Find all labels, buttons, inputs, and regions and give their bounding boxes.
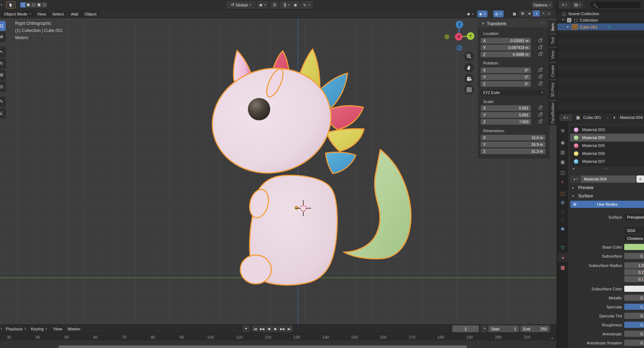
- tab-world[interactable]: ◐: [557, 177, 568, 186]
- region-collapse-arrow[interactable]: <: [551, 336, 553, 340]
- tool-annotate[interactable]: ✎: [0, 97, 6, 107]
- surface-shader-dropdown[interactable]: Principled: [624, 214, 644, 220]
- frame-start-field[interactable]: Start1: [488, 325, 519, 332]
- subsurface-radius-g-field[interactable]: 0.2: [624, 269, 644, 275]
- collection-checkbox[interactable]: ✓: [567, 18, 571, 22]
- lock-scale-y-icon[interactable]: [539, 114, 542, 116]
- show-gizmos-toggle[interactable]: ◈ ∨: [477, 10, 487, 17]
- tab-tool[interactable]: Tool: [549, 35, 557, 46]
- shading-dropdown[interactable]: ∨: [547, 10, 552, 17]
- editor-type-chevron[interactable]: ∨: [0, 4, 3, 6]
- active-tool-button[interactable]: [6, 1, 15, 9]
- tab-object[interactable]: ▢: [557, 189, 568, 197]
- expand-icon[interactable]: ►: [567, 26, 570, 28]
- outliner-filter-dropdown[interactable]: ▤∨: [572, 1, 583, 8]
- tab-scene[interactable]: ◫: [557, 168, 568, 177]
- editor-type-chevron[interactable]: ∨: [0, 327, 3, 330]
- anisotropic-slider[interactable]: 0.: [624, 331, 644, 337]
- slot-list-drag-handle[interactable]: ∷∷: [604, 167, 608, 170]
- shading-rendered-button[interactable]: ◔: [540, 10, 547, 17]
- scale-z-field[interactable]: Z7.003: [481, 119, 531, 125]
- material-slot-selected[interactable]: Material.004: [570, 134, 644, 142]
- use-nodes-button[interactable]: ⊞ Use Nodes: [570, 201, 644, 208]
- tool-measure[interactable]: ∠: [0, 108, 6, 118]
- tool-select-box[interactable]: ⊡: [0, 21, 6, 31]
- select-mode-subtract[interactable]: [31, 2, 36, 8]
- prev-keyframe-button[interactable]: ◆◀: [259, 325, 266, 332]
- auto-key-record-button[interactable]: ●: [242, 325, 250, 332]
- select-mode-intersect[interactable]: [42, 2, 47, 8]
- subsurface-color-swatch[interactable]: [624, 286, 644, 292]
- tab-tool-props[interactable]: ⚒: [557, 126, 568, 135]
- rotation-y-field[interactable]: Y0°: [481, 74, 531, 80]
- preview-collapse-icon[interactable]: ►: [572, 187, 575, 189]
- shading-material-button[interactable]: ◑: [533, 10, 540, 17]
- tool-move[interactable]: ↖: [0, 47, 6, 57]
- xray-toggle[interactable]: ▩: [511, 10, 518, 17]
- surface-section-label[interactable]: Surface: [578, 193, 593, 198]
- location-y-field[interactable]: Y-0.097419 m: [481, 45, 531, 50]
- menu-add[interactable]: Add: [68, 10, 81, 17]
- tool-cursor[interactable]: ⊕: [0, 32, 6, 42]
- material-slot[interactable]: Material.003: [570, 126, 644, 134]
- tab-item[interactable]: Item: [549, 21, 557, 33]
- breadcrumb-object[interactable]: Cube.001: [583, 115, 601, 120]
- tab-constraints[interactable]: ◙: [557, 224, 568, 233]
- subsurface-slider[interactable]: 0.: [624, 253, 644, 259]
- show-overlays-toggle[interactable]: ◎ ∨: [493, 10, 504, 17]
- menu-object[interactable]: Object: [81, 10, 100, 17]
- scale-y-field[interactable]: Y5.691: [481, 112, 531, 118]
- select-mode-new[interactable]: [20, 2, 26, 8]
- shading-solid-button[interactable]: ●: [526, 10, 533, 17]
- rotation-x-field[interactable]: X0°: [481, 67, 531, 73]
- location-x-field[interactable]: X-0.53591 m: [481, 38, 531, 44]
- dimensions-z-field[interactable]: Z31.3 m: [481, 148, 545, 154]
- material-slot[interactable]: Material.005: [570, 142, 644, 150]
- camera-view-button[interactable]: [464, 74, 474, 84]
- jump-to-start-button[interactable]: |◀: [252, 325, 259, 332]
- distribution-dropdown[interactable]: GGX: [624, 227, 644, 233]
- menu-select[interactable]: Select: [49, 10, 67, 17]
- menu-playback[interactable]: Playback∨: [6, 326, 26, 332]
- outliner-row-scene-collection[interactable]: ▢ Scene Collection: [557, 10, 644, 17]
- select-mode-invert[interactable]: [36, 2, 42, 8]
- material-slot[interactable]: Material.007: [570, 157, 644, 165]
- surface-collapse-icon[interactable]: ▼: [572, 195, 575, 198]
- material-browse-dropdown[interactable]: ◑∨: [570, 175, 581, 183]
- subsurface-method-dropdown[interactable]: Christens: [624, 235, 644, 241]
- tool-scale[interactable]: ⊞: [0, 70, 6, 80]
- lock-location-z-icon[interactable]: [539, 53, 542, 56]
- select-mode-extend[interactable]: [26, 2, 31, 8]
- specular-slider[interactable]: 0.: [624, 304, 644, 310]
- transform-orientation-dropdown[interactable]: ↺ Global ∨: [227, 1, 255, 9]
- material-slot[interactable]: Material.006: [570, 150, 644, 157]
- tab-modifiers[interactable]: ⚙: [557, 198, 568, 207]
- tab-create[interactable]: Create: [549, 63, 557, 79]
- tab-render[interactable]: ◉: [557, 138, 568, 147]
- next-keyframe-button[interactable]: ▶◆: [279, 325, 286, 332]
- scale-x-field[interactable]: X5.691: [481, 105, 531, 111]
- anisotropic-rotation-slider[interactable]: 0.: [624, 340, 644, 346]
- preview-section-label[interactable]: Preview: [578, 185, 594, 190]
- timeline-scrollbar[interactable]: [58, 345, 467, 348]
- menu-keying[interactable]: Keying∨: [31, 326, 47, 332]
- lock-scale-x-icon[interactable]: [539, 107, 542, 110]
- frame-end-field[interactable]: End250: [520, 325, 550, 332]
- shading-wireframe-button[interactable]: ⊕: [519, 10, 526, 17]
- outliner-row-collection[interactable]: ▼ ✓ ▢ Collection: [557, 17, 644, 23]
- zoom-button[interactable]: [464, 52, 474, 61]
- lock-rotation-y-icon[interactable]: [539, 76, 542, 79]
- current-frame-field[interactable]: 1: [452, 325, 479, 332]
- jump-to-end-button[interactable]: ▶|: [286, 325, 293, 332]
- location-z-field[interactable]: Z6.5686 m: [481, 52, 531, 57]
- base-color-swatch[interactable]: [624, 244, 644, 250]
- lock-scale-z-icon[interactable]: [539, 121, 542, 123]
- proportional-editing-toggle[interactable]: ◉: [291, 1, 299, 9]
- slot-list-expand-icon[interactable]: ►: [572, 168, 575, 170]
- pan-button[interactable]: [464, 63, 474, 72]
- rotation-mode-dropdown[interactable]: XYZ Euler∨: [480, 90, 546, 95]
- roughness-slider[interactable]: 0.: [624, 322, 644, 328]
- transform-panel-header[interactable]: ▼ Transform ∷∷: [479, 20, 549, 27]
- lock-location-y-icon[interactable]: [539, 46, 542, 49]
- tab-view-layer[interactable]: ▣: [557, 157, 568, 166]
